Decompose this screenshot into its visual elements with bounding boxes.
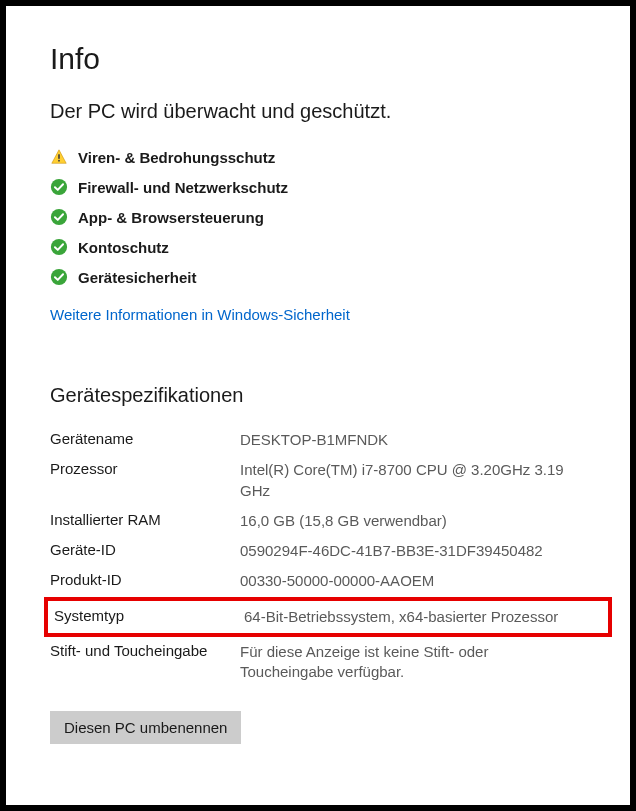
spec-label: Stift- und Toucheingabe [50,642,240,659]
spec-row-processor: Prozessor Intel(R) Core(TM) i7-8700 CPU … [50,455,586,506]
spec-label: Prozessor [50,460,240,477]
warning-icon [50,148,68,166]
spec-row-deviceid: Geräte-ID 0590294F-46DC-41B7-BB3E-31DF39… [50,536,586,566]
spec-label: Systemtyp [50,607,244,624]
device-specs-table: Gerätename DESKTOP-B1MFNDK Prozessor Int… [50,425,586,687]
page-title: Info [50,42,586,76]
spec-label: Produkt-ID [50,571,240,588]
spec-label: Geräte-ID [50,541,240,558]
spec-value: 16,0 GB (15,8 GB verwendbar) [240,511,586,531]
svg-point-4 [51,239,67,255]
security-item-device[interactable]: Gerätesicherheit [50,262,586,292]
spec-row-ram: Installierter RAM 16,0 GB (15,8 GB verwe… [50,506,586,536]
spec-value: 64-Bit-Betriebssystem, x64-basierter Pro… [244,607,606,627]
check-icon [50,208,68,226]
security-item-label: Firewall- und Netzwerkschutz [78,179,288,196]
check-icon [50,268,68,286]
security-item-label: App- & Browsersteuerung [78,209,264,226]
svg-point-3 [51,209,67,225]
spec-label: Installierter RAM [50,511,240,528]
svg-rect-1 [58,160,60,162]
spec-value: 0590294F-46DC-41B7-BB3E-31DF39450482 [240,541,586,561]
svg-rect-0 [58,154,60,159]
security-status-list: Viren- & Bedrohungsschutz Firewall- und … [50,142,586,292]
device-specs-heading: Gerätespezifikationen [50,384,586,407]
security-more-link[interactable]: Weitere Informationen in Windows-Sicherh… [50,306,350,323]
highlight-systemtype: Systemtyp 64-Bit-Betriebssystem, x64-bas… [44,597,612,637]
security-item-label: Gerätesicherheit [78,269,196,286]
svg-point-2 [51,179,67,195]
spec-value: Für diese Anzeige ist keine Stift- oder … [240,642,586,683]
spec-label: Gerätename [50,430,240,447]
spec-value: DESKTOP-B1MFNDK [240,430,586,450]
spec-value: 00330-50000-00000-AAOEM [240,571,586,591]
security-item-app-browser[interactable]: App- & Browsersteuerung [50,202,586,232]
rename-pc-button[interactable]: Diesen PC umbenennen [50,711,241,744]
security-item-account[interactable]: Kontoschutz [50,232,586,262]
spec-row-systemtype: Systemtyp 64-Bit-Betriebssystem, x64-bas… [50,604,606,630]
check-icon [50,238,68,256]
spec-row-devicename: Gerätename DESKTOP-B1MFNDK [50,425,586,455]
security-heading: Der PC wird überwacht und geschützt. [50,98,586,124]
svg-point-5 [51,269,67,285]
spec-row-pentouch: Stift- und Toucheingabe Für diese Anzeig… [50,637,586,688]
settings-about-panel: Info Der PC wird überwacht und geschützt… [0,0,636,811]
security-item-virus[interactable]: Viren- & Bedrohungsschutz [50,142,586,172]
check-icon [50,178,68,196]
spec-row-productid: Produkt-ID 00330-50000-00000-AAOEM [50,566,586,596]
security-item-label: Kontoschutz [78,239,169,256]
security-item-label: Viren- & Bedrohungsschutz [78,149,275,166]
spec-value: Intel(R) Core(TM) i7-8700 CPU @ 3.20GHz … [240,460,586,501]
security-item-firewall[interactable]: Firewall- und Netzwerkschutz [50,172,586,202]
